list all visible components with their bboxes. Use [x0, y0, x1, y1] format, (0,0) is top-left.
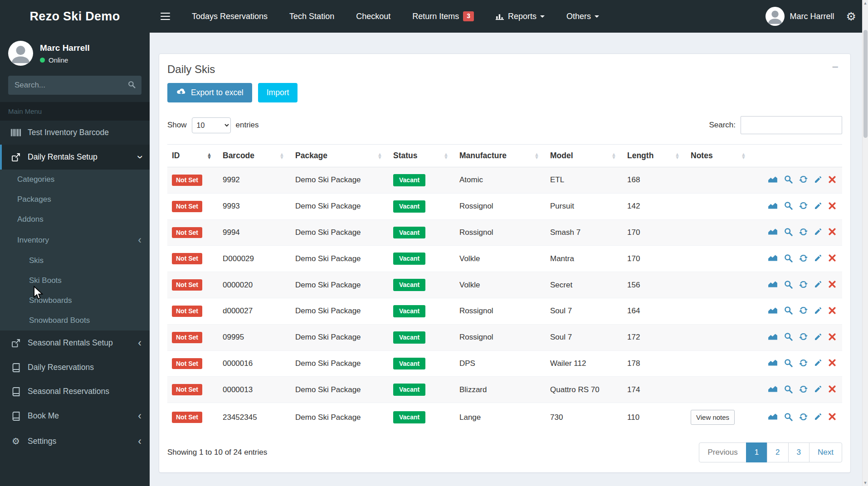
refresh-action-button[interactable] [799, 413, 808, 423]
import-button[interactable]: Import [258, 83, 298, 102]
column-header-manufacture[interactable]: Manufacture ▲▼ [455, 145, 546, 167]
delete-action-button[interactable] [829, 359, 836, 368]
edit-action-button[interactable] [814, 413, 822, 422]
nav-checkout[interactable]: Checkout [345, 0, 401, 33]
sidebar-item-book-me[interactable]: Book Me ‹ [0, 403, 150, 428]
delete-action-button[interactable] [829, 333, 836, 342]
nav-return-items[interactable]: Return Items 3 [401, 0, 485, 33]
search-action-button[interactable] [784, 280, 793, 290]
delete-action-button[interactable] [829, 413, 836, 422]
refresh-action-button[interactable] [799, 228, 808, 238]
app-logo[interactable]: Rezo Ski Demo [0, 0, 150, 33]
sidebar-item-categories[interactable]: Categories [0, 170, 150, 190]
collapse-panel-button[interactable]: − [828, 60, 842, 73]
refresh-action-button[interactable] [799, 385, 808, 395]
edit-action-button[interactable] [814, 385, 822, 394]
chart-action-button[interactable] [768, 176, 778, 185]
user-menu[interactable]: Marc Harrell [762, 0, 838, 33]
sidebar-item-daily-reservations[interactable]: Daily Reservations [0, 355, 150, 379]
pagination-previous-button[interactable]: Previous [699, 442, 746, 462]
refresh-action-button[interactable] [799, 306, 808, 316]
nav-todays-reservations[interactable]: Todays Reservations [181, 0, 278, 33]
edit-action-button[interactable] [814, 202, 822, 211]
delete-action-button[interactable] [829, 385, 836, 394]
sidebar-item-inventory[interactable]: Inventory ‹ [0, 229, 150, 251]
column-header-barcode[interactable]: Barcode ▲▼ [218, 145, 291, 167]
delete-action-button[interactable] [829, 228, 836, 237]
chart-action-button[interactable] [768, 333, 778, 342]
edit-action-button[interactable] [814, 175, 822, 185]
scroll-down-arrow[interactable]: ▼ [863, 481, 868, 485]
cell-notes [686, 324, 752, 350]
refresh-action-button[interactable] [799, 201, 808, 211]
search-action-button[interactable] [784, 175, 793, 185]
delete-action-button[interactable] [829, 176, 836, 185]
search-action-button[interactable] [784, 332, 793, 342]
chart-action-button[interactable] [768, 254, 778, 263]
delete-action-button[interactable] [829, 254, 836, 263]
edit-action-button[interactable] [814, 254, 822, 263]
chart-action-button[interactable] [768, 385, 778, 394]
column-header-notes[interactable]: Notes ▲▼ [686, 145, 752, 167]
delete-action-button[interactable] [829, 307, 836, 316]
sidebar-search-button[interactable] [122, 76, 141, 95]
nav-tech-station[interactable]: Tech Station [278, 0, 345, 33]
sidebar-item-skis[interactable]: Skis [0, 251, 150, 271]
edit-action-button[interactable] [814, 359, 822, 368]
pagination-page-3[interactable]: 3 [788, 442, 809, 462]
column-header-length[interactable]: Length ▲▼ [623, 145, 686, 167]
table-search-input[interactable] [741, 116, 842, 134]
scrollbar-thumb[interactable] [863, 30, 868, 138]
refresh-action-button[interactable] [799, 332, 808, 342]
scroll-up-arrow[interactable]: ▲ [863, 1, 868, 5]
nav-others-dropdown[interactable]: Others [556, 0, 610, 33]
refresh-action-button[interactable] [799, 175, 808, 185]
sidebar-item-settings[interactable]: ⚙ Settings ‹ [0, 428, 150, 454]
chart-action-button[interactable] [768, 307, 778, 316]
column-header-status[interactable]: Status ▲▼ [389, 145, 455, 167]
search-action-button[interactable] [784, 385, 793, 395]
refresh-action-button[interactable] [799, 254, 808, 264]
chart-action-button[interactable] [768, 359, 778, 368]
edit-action-button[interactable] [814, 228, 822, 237]
pagination-page-2[interactable]: 2 [767, 442, 788, 462]
search-action-button[interactable] [784, 201, 793, 211]
delete-action-button[interactable] [829, 202, 836, 211]
sidebar-item-packages[interactable]: Packages [0, 190, 150, 209]
sidebar-item-seasonal-rentals-setup[interactable]: Seasonal Rentals Setup ‹ [0, 330, 150, 355]
delete-action-button[interactable] [829, 281, 836, 289]
search-action-button[interactable] [784, 359, 793, 369]
column-header-id[interactable]: ID ▲▼ [167, 145, 218, 167]
nav-reports-dropdown[interactable]: Reports [485, 0, 556, 33]
refresh-action-button[interactable] [799, 359, 808, 369]
search-action-button[interactable] [784, 254, 793, 264]
edit-action-button[interactable] [814, 280, 822, 290]
sidebar-item-snowboard-boots[interactable]: Snowboard Boots [0, 311, 150, 330]
column-header-package[interactable]: Package ▲▼ [291, 145, 389, 167]
chart-action-button[interactable] [768, 281, 778, 289]
view-notes-button[interactable]: View notes [691, 410, 735, 425]
edit-action-button[interactable] [814, 333, 822, 342]
sidebar-item-addons[interactable]: Addons [0, 209, 150, 229]
page-length-select[interactable]: 10 [192, 117, 231, 133]
sidebar-item-ski-boots[interactable]: Ski Boots [0, 271, 150, 291]
pagination-next-button[interactable]: Next [809, 442, 842, 462]
refresh-action-button[interactable] [799, 280, 808, 290]
chart-action-button[interactable] [768, 228, 778, 237]
search-action-button[interactable] [784, 228, 793, 238]
edit-action-button[interactable] [814, 306, 822, 316]
sidebar-search-input[interactable] [8, 76, 122, 95]
online-status-label[interactable]: Online [49, 56, 68, 64]
export-to-excel-button[interactable]: Export to excel [167, 83, 252, 102]
search-action-button[interactable] [784, 306, 793, 316]
chart-action-button[interactable] [768, 202, 778, 211]
column-header-model[interactable]: Model ▲▼ [546, 145, 623, 167]
search-action-button[interactable] [784, 413, 793, 423]
chart-action-button[interactable] [768, 413, 778, 422]
sidebar-item-test-inventory-barcode[interactable]: Test Inventory Barcode [0, 121, 150, 145]
sidebar-toggle-button[interactable] [150, 0, 181, 33]
sidebar-item-snowboards[interactable]: Snowboards [0, 291, 150, 311]
sidebar-item-daily-rentals-setup[interactable]: Daily Rentals Setup ‹ [0, 145, 150, 170]
sidebar-item-seasonal-reservations[interactable]: Seasonal Reservations [0, 379, 150, 403]
pagination-page-1[interactable]: 1 [746, 442, 767, 462]
